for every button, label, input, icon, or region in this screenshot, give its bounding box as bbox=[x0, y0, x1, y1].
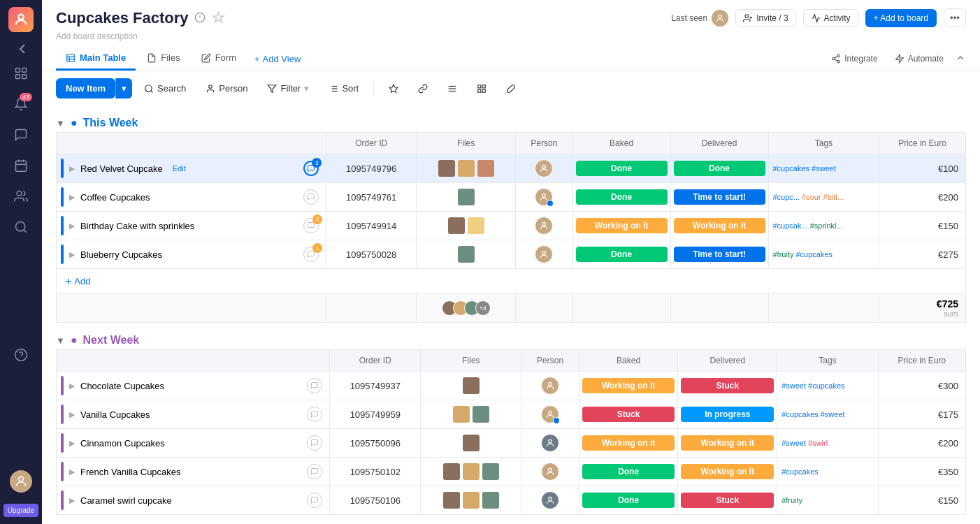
link-button[interactable] bbox=[410, 79, 435, 99]
cell-files[interactable] bbox=[417, 212, 516, 240]
tab-main-table[interactable]: Main Table bbox=[56, 47, 136, 71]
cell-files[interactable] bbox=[421, 400, 521, 429]
cell-baked[interactable]: Working on it bbox=[579, 372, 678, 400]
comment-bubble[interactable]: 3 bbox=[303, 161, 319, 176]
star-icon[interactable]: ☆ bbox=[211, 9, 225, 27]
tag[interactable]: #sweet bbox=[812, 164, 836, 173]
row-expand-icon[interactable]: ▶ bbox=[69, 467, 75, 476]
cell-person[interactable] bbox=[521, 400, 579, 429]
cell-person[interactable] bbox=[516, 183, 572, 212]
comment-bubble[interactable] bbox=[307, 493, 322, 508]
cell-files[interactable] bbox=[417, 240, 516, 269]
row-expand-icon[interactable]: ▶ bbox=[69, 164, 75, 173]
row-expand-icon[interactable]: ▶ bbox=[69, 221, 75, 231]
cell-files[interactable] bbox=[421, 486, 521, 515]
tag[interactable]: #cupc... bbox=[773, 193, 800, 201]
sidebar-icon-people[interactable] bbox=[8, 184, 34, 209]
cell-delivered[interactable]: Done bbox=[670, 154, 768, 183]
comment-bubble[interactable]: 1 bbox=[303, 247, 319, 262]
cell-delivered[interactable]: Stuck bbox=[678, 486, 777, 515]
add-item-button[interactable]: + Add bbox=[57, 270, 965, 293]
apps-button[interactable] bbox=[469, 79, 494, 99]
sidebar-icon-question[interactable] bbox=[8, 342, 34, 367]
sidebar-icon-search[interactable] bbox=[8, 214, 34, 240]
cell-person[interactable] bbox=[516, 240, 572, 269]
sidebar-icon-apps[interactable] bbox=[8, 61, 34, 86]
cell-delivered[interactable]: Time to start! bbox=[670, 183, 768, 212]
row-height-button[interactable] bbox=[440, 79, 465, 99]
cell-baked[interactable]: Working on it bbox=[579, 429, 678, 458]
cell-files[interactable] bbox=[421, 429, 521, 458]
tag[interactable]: #sour bbox=[802, 193, 821, 201]
comment-bubble[interactable] bbox=[307, 435, 322, 451]
new-item-dropdown-button[interactable]: ▾ bbox=[115, 78, 132, 99]
new-item-button[interactable]: New Item bbox=[56, 78, 115, 99]
cell-files[interactable] bbox=[417, 183, 516, 212]
tag[interactable]: #sweet bbox=[781, 381, 806, 390]
row-expand-icon[interactable]: ▶ bbox=[69, 381, 75, 391]
add-row-cell[interactable]: + Add bbox=[57, 269, 966, 294]
cell-delivered[interactable]: Working on it bbox=[670, 212, 768, 240]
cell-files[interactable] bbox=[421, 458, 521, 486]
tag[interactable]: #cupcakes bbox=[781, 410, 819, 419]
tag[interactable]: #fruity bbox=[781, 496, 802, 504]
row-expand-icon[interactable]: ▶ bbox=[69, 193, 75, 202]
cell-delivered[interactable]: Stuck bbox=[678, 372, 777, 400]
person-button[interactable]: Person bbox=[198, 78, 255, 99]
cell-files[interactable] bbox=[421, 372, 521, 400]
tag[interactable]: #bitt... bbox=[823, 193, 844, 201]
activity-button[interactable]: Activity bbox=[803, 9, 858, 27]
info-icon[interactable] bbox=[194, 9, 206, 27]
group-title-this-week[interactable]: This Week bbox=[83, 117, 138, 129]
cell-person[interactable] bbox=[521, 486, 579, 515]
tag[interactable]: #cupcak... bbox=[773, 221, 808, 230]
cell-delivered[interactable]: Time to start! bbox=[670, 240, 768, 269]
cell-baked[interactable]: Done bbox=[579, 458, 678, 486]
board-description[interactable]: Add board description bbox=[56, 31, 966, 41]
cell-baked[interactable]: Done bbox=[572, 240, 670, 269]
tag[interactable]: #cupcakes bbox=[773, 164, 810, 173]
edit-label[interactable]: Edit bbox=[168, 163, 190, 174]
pin-button[interactable] bbox=[381, 79, 406, 99]
comment-bubble[interactable] bbox=[303, 189, 319, 205]
tag[interactable]: #fruity bbox=[773, 250, 794, 259]
invite-button[interactable]: Invite / 3 bbox=[735, 9, 795, 27]
row-expand-icon[interactable]: ▶ bbox=[69, 496, 75, 505]
add-to-board-button[interactable]: + Add to board bbox=[865, 9, 937, 27]
add-view-button[interactable]: + Add View bbox=[247, 48, 308, 70]
cell-baked[interactable]: Working on it bbox=[572, 212, 670, 240]
cell-delivered[interactable]: Working on it bbox=[678, 458, 777, 486]
sort-button[interactable]: Sort bbox=[321, 78, 366, 99]
more-options-button[interactable]: ••• bbox=[944, 8, 966, 27]
cell-delivered[interactable]: In progress bbox=[678, 400, 777, 429]
cell-person[interactable] bbox=[521, 429, 579, 458]
cell-files[interactable] bbox=[417, 154, 516, 183]
upgrade-button[interactable]: Upgrade bbox=[3, 504, 38, 517]
cell-baked[interactable]: Done bbox=[572, 154, 670, 183]
group-chevron-this-week[interactable]: ▼ bbox=[56, 118, 65, 129]
cell-person[interactable] bbox=[521, 458, 579, 486]
tag[interactable]: #cupcakes bbox=[808, 381, 845, 390]
collapse-button[interactable] bbox=[955, 52, 966, 66]
comment-bubble[interactable] bbox=[307, 378, 322, 393]
tag[interactable]: #cupcakes bbox=[795, 250, 833, 259]
sidebar-icon-bell[interactable]: 43 bbox=[8, 92, 34, 117]
sidebar-collapse-icon[interactable] bbox=[15, 41, 27, 55]
comment-bubble[interactable] bbox=[307, 407, 322, 422]
tag[interactable]: #sprinkl... bbox=[810, 221, 843, 230]
cell-baked[interactable]: Stuck bbox=[579, 400, 678, 429]
group-title-next-week[interactable]: Next Week bbox=[83, 334, 140, 347]
filter-button[interactable]: Filter ▾ bbox=[259, 78, 317, 99]
paint-button[interactable] bbox=[498, 79, 524, 99]
cell-baked[interactable]: Done bbox=[572, 183, 670, 212]
cell-person[interactable] bbox=[521, 372, 579, 400]
cell-person[interactable] bbox=[516, 212, 572, 240]
tab-form[interactable]: Form bbox=[192, 47, 246, 71]
cell-baked[interactable]: Done bbox=[579, 486, 678, 515]
tag[interactable]: #swirl bbox=[808, 439, 828, 447]
tag[interactable]: #sweet bbox=[781, 439, 806, 447]
comment-bubble[interactable] bbox=[307, 464, 322, 479]
cell-person[interactable] bbox=[516, 154, 572, 183]
sidebar-icon-calendar[interactable] bbox=[8, 153, 34, 178]
group-chevron-next-week[interactable]: ▼ bbox=[56, 335, 65, 346]
